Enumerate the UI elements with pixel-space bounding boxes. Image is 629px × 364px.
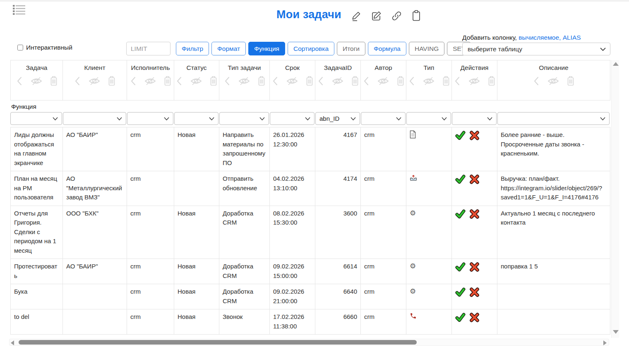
reject-cross-icon[interactable] (469, 174, 480, 184)
cell-actions (452, 171, 497, 206)
scroll-up-arrow-icon[interactable] (613, 62, 619, 66)
delete-trash-icon[interactable] (257, 75, 266, 86)
phone-icon (410, 314, 417, 321)
function-select-task_id[interactable]: abn_ID (315, 112, 360, 125)
collapse-chevron-icon[interactable] (532, 76, 540, 86)
cell-type: ⚙ (406, 284, 452, 309)
cell-task_type: Доработка CRM (219, 206, 270, 259)
column-header-icons (406, 75, 451, 86)
cell-description: Актуально 1 месяц с последнего контакта (497, 206, 610, 259)
interactive-checkbox[interactable] (17, 45, 23, 50)
approve-check-icon[interactable] (455, 287, 466, 297)
function-select-type[interactable] (406, 112, 451, 125)
scroll-left-arrow-icon[interactable] (11, 340, 14, 345)
cell-author: crm (361, 127, 406, 171)
approve-check-icon[interactable] (455, 130, 466, 141)
hide-eye-icon[interactable] (190, 76, 202, 86)
delete-trash-icon[interactable] (163, 75, 172, 86)
hide-eye-icon[interactable] (88, 76, 101, 86)
delete-trash-icon[interactable] (351, 75, 360, 86)
reject-cross-icon[interactable] (469, 287, 480, 297)
toolbar-button-итоги[interactable]: Итоги (337, 42, 365, 55)
function-band: Функция (10, 101, 610, 112)
function-select-description[interactable] (497, 112, 610, 125)
top-strip (0, 0, 629, 2)
horizontal-scroll-thumb[interactable] (19, 340, 417, 345)
function-select-task_type[interactable] (219, 112, 269, 125)
function-cell-task (10, 112, 63, 127)
cell-client: АО "БАИР" (63, 127, 127, 171)
collapse-chevron-icon[interactable] (453, 76, 461, 86)
scroll-down-arrow-icon[interactable] (613, 330, 619, 334)
function-select-author[interactable] (361, 112, 406, 125)
hide-eye-icon[interactable] (468, 76, 480, 86)
cell-author: crm (361, 284, 406, 309)
chevron-down-icon (442, 115, 447, 122)
toolbar-button-фильтр[interactable]: Фильтр (176, 42, 209, 55)
toolbar-button-формула[interactable]: Формула (368, 42, 406, 55)
link-icon[interactable] (391, 10, 402, 22)
hide-eye-icon[interactable] (547, 76, 559, 86)
delete-trash-icon[interactable] (305, 75, 314, 86)
cell-status (174, 171, 219, 206)
computed-link[interactable]: вычисляемое, (519, 34, 561, 41)
approve-check-icon[interactable] (455, 174, 466, 184)
collapse-chevron-icon[interactable] (362, 76, 370, 86)
table-select[interactable]: выберите таблицу (462, 43, 610, 55)
collapse-chevron-icon[interactable] (223, 76, 231, 86)
reject-cross-icon[interactable] (469, 130, 480, 141)
approve-check-icon[interactable] (455, 312, 466, 323)
hide-eye-icon[interactable] (144, 76, 156, 86)
function-select-actions[interactable] (452, 112, 497, 125)
reject-cross-icon[interactable] (469, 209, 480, 219)
collapse-chevron-icon[interactable] (271, 76, 279, 86)
function-select-client[interactable] (63, 112, 126, 125)
delete-trash-icon[interactable] (487, 75, 496, 86)
toolbar-button-having[interactable]: HAVING (409, 42, 444, 55)
toolbar-button-функция[interactable]: Функция (248, 42, 285, 55)
collapse-chevron-icon[interactable] (129, 76, 137, 86)
function-select-executor[interactable] (127, 112, 173, 125)
column-title: Исполнитель (127, 64, 174, 72)
reject-cross-icon[interactable] (469, 262, 480, 272)
approve-check-icon[interactable] (455, 262, 466, 272)
collapse-chevron-icon[interactable] (317, 76, 325, 86)
collapse-chevron-icon[interactable] (73, 76, 82, 86)
cell-task_id: 4174 (315, 171, 361, 206)
menu-list-icon[interactable] (12, 4, 26, 17)
collapse-chevron-icon[interactable] (15, 76, 24, 86)
cell-deadline: 26.01.2026 12:30:00 (270, 127, 315, 171)
delete-trash-icon[interactable] (396, 75, 405, 86)
function-select-status[interactable] (174, 112, 218, 125)
delete-trash-icon[interactable] (107, 75, 116, 86)
hide-eye-icon[interactable] (238, 76, 250, 86)
horizontal-scrollbar[interactable] (9, 339, 609, 346)
toolbar-button-сортировка[interactable]: Сортировка (288, 42, 334, 55)
hide-eye-icon[interactable] (331, 76, 344, 86)
pencil-icon[interactable] (351, 10, 362, 22)
delete-trash-icon[interactable] (209, 75, 218, 86)
delete-trash-icon[interactable] (566, 75, 575, 86)
hide-eye-icon[interactable] (286, 76, 298, 86)
function-cell-type (406, 112, 452, 127)
collapse-chevron-icon[interactable] (408, 76, 416, 86)
toolbar-button-формат[interactable]: Формат (211, 42, 246, 55)
hide-eye-icon[interactable] (30, 76, 43, 86)
cell-type (406, 309, 452, 335)
vertical-scrollbar[interactable] (611, 60, 619, 338)
alias-link[interactable]: ALIAS (563, 34, 581, 41)
approve-check-icon[interactable] (455, 209, 466, 219)
function-select-task[interactable] (10, 112, 62, 125)
column-header-icons (452, 75, 497, 86)
limit-input[interactable] (126, 42, 170, 55)
hide-eye-icon[interactable] (423, 76, 435, 86)
edit-square-icon[interactable] (371, 10, 382, 22)
delete-trash-icon[interactable] (49, 75, 58, 86)
collapse-chevron-icon[interactable] (175, 76, 183, 86)
hide-eye-icon[interactable] (377, 76, 389, 86)
delete-trash-icon[interactable] (442, 75, 451, 86)
reject-cross-icon[interactable] (469, 312, 480, 323)
scroll-right-arrow-icon[interactable] (603, 340, 607, 345)
function-select-deadline[interactable] (270, 112, 314, 125)
clipboard-icon[interactable] (411, 10, 421, 22)
